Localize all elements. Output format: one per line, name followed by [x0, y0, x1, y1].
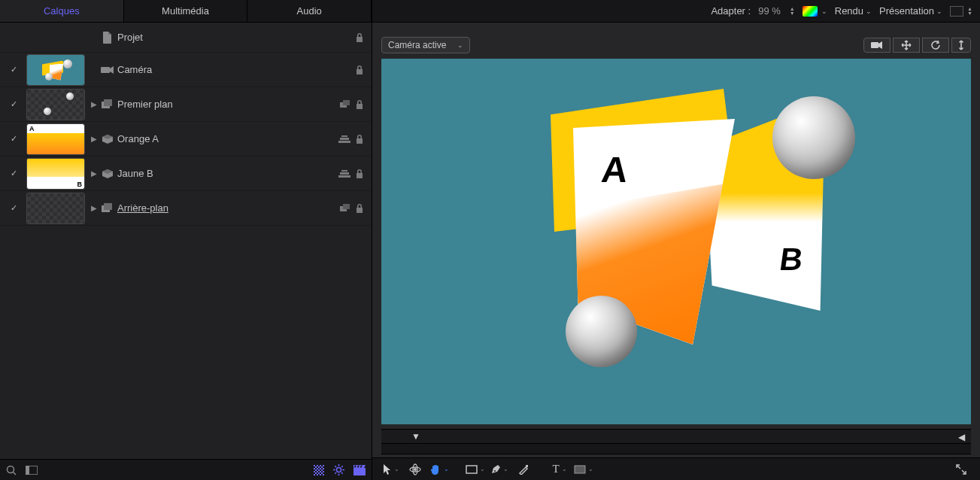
tab-audio[interactable]: Audio [247, 0, 372, 22]
link-icon[interactable] [340, 100, 350, 109]
project-label: Projet [117, 32, 355, 43]
layer-thumbnail [27, 90, 84, 120]
svg-line-22 [341, 472, 343, 474]
layer-3d-icon [102, 135, 114, 144]
lock-icon[interactable] [355, 99, 364, 110]
link-icon[interactable] [340, 204, 350, 213]
color-channel-menu[interactable]: ⌄ [803, 6, 827, 17]
canvas-toolbar: ⌄ ⌄ ⌄ ⌄ T⌄ ⌄ [372, 457, 980, 480]
svg-rect-36 [466, 466, 477, 473]
clapboard-icon[interactable] [353, 465, 366, 475]
visibility-checkbox[interactable]: ✓ [8, 99, 19, 110]
active-camera-menu[interactable]: Caméra active ⌄ [381, 37, 470, 53]
viewer-top-bar: Adapter : 99 % ▲▼ ⌄ Rendu⌄ Présentation⌄… [372, 0, 980, 23]
view-label: Présentation [879, 5, 934, 17]
out-point-icon[interactable]: ◀ [958, 432, 965, 442]
svg-line-23 [335, 472, 336, 474]
visibility-checkbox[interactable]: ✓ [8, 203, 19, 214]
lock-icon[interactable] [355, 203, 364, 214]
svg-rect-0 [101, 67, 110, 73]
layer-name[interactable]: Arrière-plan [117, 202, 340, 214]
visibility-checkbox[interactable]: ✓ [8, 65, 19, 75]
dolly-button[interactable] [951, 38, 971, 53]
layer-thumbnail [27, 193, 84, 223]
svg-line-21 [335, 466, 336, 467]
hand-tool[interactable]: ⌄ [428, 461, 451, 478]
sphere-small[interactable] [566, 296, 637, 367]
canvas[interactable]: B A [381, 59, 971, 424]
lock-icon[interactable] [355, 134, 364, 144]
sphere-large[interactable] [772, 96, 855, 179]
layer-thumbnail: B [27, 159, 84, 189]
layer-name[interactable]: Orange A [117, 133, 338, 144]
svg-rect-2 [104, 99, 112, 106]
render-menu[interactable]: Rendu⌄ [835, 5, 872, 17]
expand-icon[interactable] [950, 461, 972, 478]
playhead-icon[interactable]: ▼ [411, 431, 420, 442]
lock-icon[interactable] [355, 32, 364, 43]
disclosure-triangle-icon[interactable]: ▶ [91, 204, 97, 212]
layer-name[interactable]: Caméra [117, 64, 355, 75]
svg-rect-8 [343, 204, 350, 209]
reset-camera-button[interactable] [863, 38, 890, 53]
tab-media[interactable]: Multimédia [124, 0, 248, 22]
lock-icon[interactable] [355, 169, 364, 179]
flatten-icon[interactable] [338, 135, 350, 143]
layer-row-camera[interactable]: ✓ Caméra [0, 53, 372, 87]
layer-thumbnail [27, 55, 84, 85]
layout-swatch-icon [950, 6, 963, 17]
layer-row-background[interactable]: ✓ ▶ Arrière-plan [0, 191, 372, 226]
orbit-button[interactable] [922, 38, 949, 53]
layout-menu[interactable]: ▲▼ [950, 6, 972, 17]
svg-point-16 [337, 468, 341, 472]
rectangle-tool[interactable]: ⌄ [464, 461, 487, 478]
flatten-icon[interactable] [338, 170, 350, 178]
disclosure-triangle-icon[interactable]: ▶ [91, 135, 97, 143]
chevron-down-icon: ⌄ [457, 41, 463, 49]
layer-row-orange-a[interactable]: ✓ A ▶ Orange A [0, 122, 372, 156]
mini-timeline-ruler[interactable]: ▼ ◀ [381, 429, 971, 444]
svg-rect-29 [871, 42, 878, 48]
mini-timeline-track[interactable] [381, 444, 971, 454]
select-tool[interactable]: ⌄ [380, 461, 402, 478]
mask-tool[interactable]: ⌄ [572, 461, 595, 478]
layer-name[interactable]: Jaune B [117, 168, 338, 179]
canvas-scene: B A [381, 59, 971, 424]
gear-icon[interactable] [333, 464, 344, 475]
layer-row-foreground[interactable]: ✓ ▶ Premier plan [0, 87, 372, 122]
text-tool[interactable]: T⌄ [548, 461, 571, 478]
camera-icon [101, 65, 114, 74]
svg-rect-38 [575, 466, 585, 473]
pan-button[interactable] [893, 38, 920, 53]
svg-point-35 [414, 468, 417, 471]
search-icon[interactable] [6, 465, 17, 475]
group-icon [102, 203, 114, 214]
paint-tool[interactable] [512, 461, 535, 478]
disclosure-triangle-icon[interactable]: ▶ [91, 100, 97, 108]
svg-rect-37 [526, 465, 528, 467]
panel-icon[interactable] [26, 466, 38, 475]
layer-3d-icon [102, 169, 114, 178]
fit-stepper[interactable]: ▲▼ [790, 7, 795, 16]
right-panel: Adapter : 99 % ▲▼ ⌄ Rendu⌄ Présentation⌄… [372, 0, 980, 480]
fit-value[interactable]: 99 % [758, 5, 781, 17]
svg-rect-6 [104, 203, 112, 210]
visibility-checkbox[interactable]: ✓ [8, 134, 19, 144]
project-row[interactable]: Projet [0, 23, 372, 53]
layer-name[interactable]: Premier plan [117, 99, 340, 110]
3d-transform-tool[interactable] [404, 461, 426, 478]
layer-thumbnail: A [27, 124, 84, 154]
mask-icon[interactable] [314, 465, 324, 475]
disclosure-triangle-icon[interactable]: ▶ [91, 169, 97, 178]
layer-row-jaune-b[interactable]: ✓ B ▶ Jaune B [0, 156, 372, 191]
camera-menu-label: Caméra active [388, 40, 446, 50]
view-menu[interactable]: Présentation⌄ [879, 5, 942, 17]
color-swatch-icon [803, 6, 818, 17]
svg-point-9 [8, 466, 14, 472]
visibility-checkbox[interactable]: ✓ [8, 169, 19, 179]
tab-layers[interactable]: Calques [0, 0, 124, 22]
pen-tool[interactable]: ⌄ [488, 461, 511, 478]
lock-icon[interactable] [355, 65, 364, 75]
letter-b: B [777, 242, 805, 278]
svg-line-10 [14, 472, 17, 475]
